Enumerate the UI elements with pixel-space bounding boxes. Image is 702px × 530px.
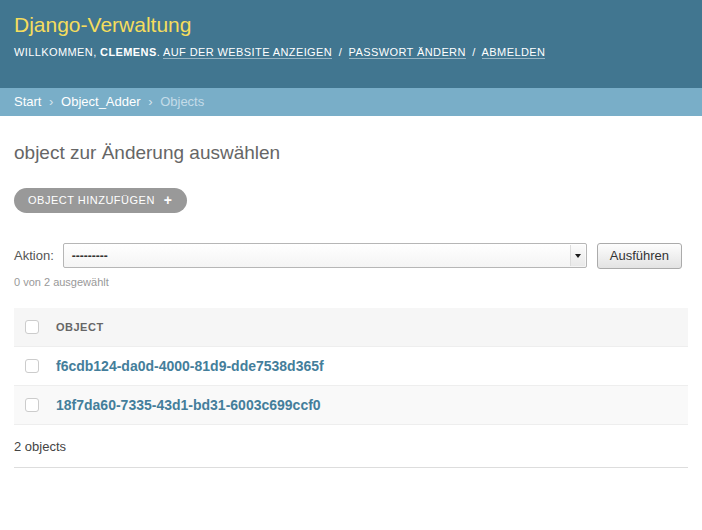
row-checkbox[interactable] [25,359,39,373]
add-object-button-label: Object hinzufügen [28,195,155,206]
action-label: Aktion: [14,248,54,263]
breadcrumb-object-adder[interactable]: Object_Adder [61,94,141,109]
change-password-link[interactable]: Passwort ändern [349,46,466,59]
logout-link[interactable]: Abmelden [482,46,546,59]
row-checkbox-cell [14,346,46,385]
site-header: Django-Verwaltung Willkommen, Clemens. A… [0,0,702,88]
content-area: object zur Änderung auswählen Object hin… [0,142,702,468]
row-checkbox-cell [14,385,46,424]
selection-counter: 0 von 2 ausgewählt [14,276,688,288]
breadcrumb-current: Objects [160,94,204,109]
column-header-object: Object [46,308,688,347]
page-title: object zur Änderung auswählen [14,142,688,165]
row-checkbox[interactable] [25,398,39,412]
view-site-link[interactable]: Auf der Website anzeigen [163,46,332,59]
object-link[interactable]: f6cdb124-da0d-4000-81d9-dde7538d365f [56,358,324,374]
welcome-period: . [157,46,160,58]
table-header-row: Object [14,308,688,347]
site-title[interactable]: Django-Verwaltung [14,13,688,36]
link-separator: / [472,46,475,58]
object-cell: 18f7da60-7335-43d1-bd31-6003c699ccf0 [46,385,688,424]
action-select[interactable]: --------- [63,243,587,268]
actions-bar: Aktion: --------- Ausführen [14,243,688,269]
plus-icon: + [164,196,173,205]
select-all-cell [14,308,46,347]
object-link[interactable]: 18f7da60-7335-43d1-bd31-6003c699ccf0 [56,397,321,413]
add-object-button[interactable]: Object hinzufügen + [14,188,187,213]
table-row: f6cdb124-da0d-4000-81d9-dde7538d365f [14,346,688,385]
welcome-text: Willkommen, [14,46,97,58]
result-list-table: Object f6cdb124-da0d-4000-81d9-dde7538d3… [14,308,688,425]
breadcrumb: Start › Object_Adder › Objects [0,88,702,116]
breadcrumb-separator: › [148,94,152,109]
user-tools: Willkommen, Clemens. Auf der Website anz… [14,46,688,58]
link-separator: / [339,46,342,58]
action-select-value: --------- [72,249,108,263]
paginator: 2 objects [14,425,688,468]
select-all-checkbox[interactable] [25,320,39,334]
breadcrumb-separator: › [49,94,53,109]
django-admin-page: Django-Verwaltung Willkommen, Clemens. A… [0,0,702,468]
username: Clemens [100,46,157,58]
object-cell: f6cdb124-da0d-4000-81d9-dde7538d365f [46,346,688,385]
object-tools: Object hinzufügen + [14,188,688,213]
go-button[interactable]: Ausführen [597,243,682,269]
breadcrumb-start[interactable]: Start [14,94,41,109]
table-row: 18f7da60-7335-43d1-bd31-6003c699ccf0 [14,385,688,424]
chevron-down-icon [570,245,585,266]
